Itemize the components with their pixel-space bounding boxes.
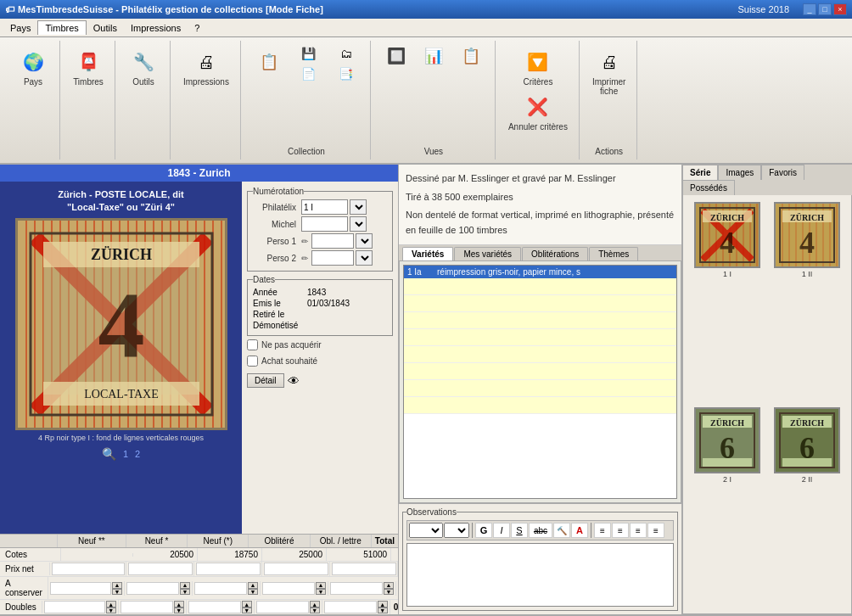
obs-color-button[interactable]: A <box>571 523 588 538</box>
prix-obl-lettre-input[interactable] <box>332 563 396 575</box>
menu-pays[interactable]: Pays <box>3 21 37 35</box>
aconserver-neuf2-input[interactable] <box>50 582 111 595</box>
spin-up-d2[interactable]: ▲ <box>174 601 184 608</box>
spin-down-2[interactable]: ▼ <box>180 589 190 595</box>
spin-down-d3[interactable]: ▼ <box>242 608 252 613</box>
print-icon: 🖨 <box>191 47 221 77</box>
perso2-input[interactable] <box>311 250 354 266</box>
menu-impressions[interactable]: Impressions <box>124 21 188 35</box>
maximize-button[interactable]: □ <box>818 3 832 15</box>
series-stamp-1i[interactable]: ZÜRICH 4 1 I <box>690 202 765 402</box>
doubles-obl-input[interactable] <box>256 601 309 613</box>
spin-up-5[interactable]: ▲ <box>384 582 394 589</box>
tab-varietes[interactable]: Variétés <box>402 247 453 260</box>
aconserver-neuf0-input[interactable] <box>194 582 247 595</box>
perso2-select[interactable] <box>356 250 373 266</box>
perso1-input[interactable] <box>311 233 354 249</box>
nav-page-2[interactable]: 2 <box>135 449 140 459</box>
aconserver-obl-lettre-input[interactable] <box>330 582 383 595</box>
michel-input[interactable] <box>301 216 348 232</box>
aconserver-neuf1-input[interactable] <box>126 582 179 595</box>
vues-btn-3[interactable]: 📋 <box>454 44 488 68</box>
philatelix-input[interactable] <box>301 199 348 215</box>
obs-font-select[interactable] <box>409 523 443 538</box>
spin-down-1[interactable]: ▼ <box>112 589 122 595</box>
series-stamp-2ii[interactable]: ZÜRICH 6 2 II <box>770 407 844 608</box>
spin-up-2[interactable]: ▲ <box>180 582 190 589</box>
spin-up-3[interactable]: ▲ <box>248 582 258 589</box>
spin-down-d4[interactable]: ▼ <box>310 608 320 613</box>
collection-btn-5[interactable]: 📑 <box>329 64 363 83</box>
prix-neuf2-input[interactable] <box>52 563 125 575</box>
tab-mes-varietes[interactable]: Mes variétés <box>454 247 521 260</box>
detail-button[interactable]: Détail <box>247 373 284 388</box>
minimize-button[interactable]: _ <box>803 3 816 15</box>
obs-bold-button[interactable]: G <box>475 523 492 538</box>
annuler-criteres-button[interactable]: ❌ Annuler critères <box>504 89 572 134</box>
series-tab-serie[interactable]: Série <box>682 165 718 180</box>
series-tab-possedes[interactable]: Possédés <box>682 180 735 195</box>
spin-up-d1[interactable]: ▲ <box>106 601 116 608</box>
nav-page-1[interactable]: 1 <box>123 449 128 459</box>
menu-help[interactable]: ? <box>188 21 206 35</box>
search-nav-icon[interactable]: 🔍 <box>102 447 116 461</box>
obs-content-area[interactable] <box>406 543 674 607</box>
doubles-neuf0-input[interactable] <box>188 601 241 613</box>
obs-justify-button[interactable]: ≡ <box>647 523 664 538</box>
collection-btn-2[interactable]: 💾 <box>292 44 326 63</box>
obs-size-select[interactable] <box>444 523 469 538</box>
obs-align-center-button[interactable]: ≡ <box>612 523 629 538</box>
doubles-neuf2-input[interactable] <box>44 601 105 613</box>
philatelix-select[interactable] <box>350 199 367 215</box>
spin-up-1[interactable]: ▲ <box>112 582 122 589</box>
toolbar-outils-button[interactable]: 🔧 Outils <box>124 44 163 89</box>
spin-up-d5[interactable]: ▲ <box>378 601 388 608</box>
obs-align-left-button[interactable]: ≡ <box>594 523 611 538</box>
vues-btn-2[interactable]: 📊 <box>417 44 451 68</box>
obs-italic-button[interactable]: I <box>493 523 510 538</box>
obs-align-right-button[interactable]: ≡ <box>630 523 647 538</box>
obs-strikethrough-button[interactable]: abc <box>529 523 552 538</box>
series-tab-images[interactable]: Images <box>718 165 761 180</box>
series-tab-favoris[interactable]: Favoris <box>761 165 804 180</box>
collection-btn-4[interactable]: 🗂 <box>329 44 363 63</box>
prix-neuf0-input[interactable] <box>196 563 261 575</box>
vues-btn-1[interactable]: 🔲 <box>379 44 413 68</box>
series-stamp-1ii[interactable]: ZÜRICH 4 1 II <box>770 202 844 402</box>
doubles-neuf1-input[interactable] <box>121 601 173 613</box>
spin-up-d3[interactable]: ▲ <box>242 601 252 608</box>
spin-up-d4[interactable]: ▲ <box>310 601 320 608</box>
spin-down-d1[interactable]: ▼ <box>106 608 116 613</box>
doubles-obl-lettre-input[interactable] <box>324 601 377 613</box>
michel-select[interactable] <box>350 216 367 232</box>
spin-down-4[interactable]: ▼ <box>316 589 326 595</box>
series-stamp-2i[interactable]: ZÜRICH 6 2 I <box>690 407 765 608</box>
imprimer-fiche-button[interactable]: 🖨 Imprimerfiche <box>588 44 630 98</box>
collection-btn-1[interactable]: 📋 <box>249 44 289 83</box>
close-button[interactable]: × <box>833 3 847 15</box>
stamp-description: 4 Rp noir type I : fond de lignes vertic… <box>36 430 205 445</box>
perso1-select[interactable] <box>356 233 373 249</box>
obs-paint-button[interactable]: 🔨 <box>553 523 570 538</box>
prix-obl-input[interactable] <box>264 563 328 575</box>
achat-souhaite-checkbox[interactable] <box>247 356 258 367</box>
spin-down-3[interactable]: ▼ <box>248 589 258 595</box>
collection-btn-3[interactable]: 📄 <box>292 64 326 83</box>
tab-themes[interactable]: Thèmes <box>589 247 638 260</box>
prix-neuf1-input[interactable] <box>128 563 193 575</box>
toolbar-impressions-button[interactable]: 🖨 Impressions <box>179 44 233 89</box>
spin-down-d2[interactable]: ▼ <box>174 608 184 613</box>
aconserver-obl-input[interactable] <box>262 582 315 595</box>
criteres-button[interactable]: 🔽 Critères <box>518 44 558 89</box>
spin-up-4[interactable]: ▲ <box>316 582 326 589</box>
spin-down-5[interactable]: ▼ <box>384 589 394 595</box>
tab-obliterations[interactable]: Oblitérations <box>522 247 588 260</box>
obs-underline-button[interactable]: S <box>511 523 528 538</box>
toolbar-timbres-button[interactable]: 📮 Timbres <box>69 44 108 89</box>
toolbar-pays-button[interactable]: 🌍 Pays <box>14 44 53 89</box>
ne-pas-acquerir-checkbox[interactable] <box>247 339 258 350</box>
menu-timbres[interactable]: Timbres <box>37 20 86 35</box>
spin-down-d5[interactable]: ▼ <box>378 608 388 613</box>
variety-item-0[interactable]: 1 Ia réimpression gris-noir, papier minc… <box>404 266 676 278</box>
menu-outils[interactable]: Outils <box>87 21 124 35</box>
